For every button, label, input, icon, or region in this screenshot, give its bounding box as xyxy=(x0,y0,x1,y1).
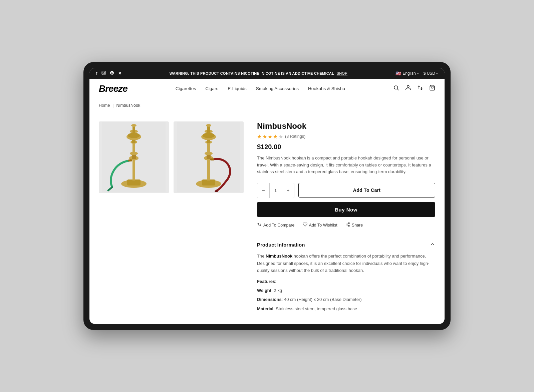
main-content: NimbusNook ★ ★ ★ ★ ★ (8 Ratings) $120.00… xyxy=(89,112,445,324)
product-image-2[interactable] xyxy=(174,121,244,193)
svg-rect-32 xyxy=(207,142,210,155)
material-row: Material: Stainless steel stem, tempered… xyxy=(257,306,435,312)
nav-hookahs[interactable]: Hookahs & Shisha xyxy=(308,86,345,91)
svg-line-46 xyxy=(347,224,348,224)
site-logo[interactable]: Breeze xyxy=(99,83,127,94)
breadcrumb: Home | NimbusNook xyxy=(89,99,445,112)
svg-rect-27 xyxy=(207,159,210,180)
language-selector[interactable]: 🇺🇸 English ▾ xyxy=(395,71,419,76)
svg-rect-23 xyxy=(128,159,132,161)
instagram-icon[interactable] xyxy=(101,71,106,76)
features-label: Features: xyxy=(257,279,435,284)
action-links: Add To Compare Add To Wishlist Share xyxy=(257,222,435,228)
nav-icons xyxy=(393,85,435,92)
device-screen: f ✕ WARNING: THIS PRODUCT CONTAINS NICOT… xyxy=(89,68,445,324)
svg-line-4 xyxy=(397,89,398,90)
navigation: Breeze Cigarettes Cigars E-Liquids Smoki… xyxy=(89,79,445,99)
buy-now-button[interactable]: Buy Now xyxy=(257,202,435,217)
quantity-value: 1 xyxy=(269,183,282,198)
share-action-icon xyxy=(345,222,350,228)
star-4: ★ xyxy=(273,133,278,140)
product-details: NimbusNook ★ ★ ★ ★ ★ (8 Ratings) $120.00… xyxy=(257,121,435,315)
quantity-increase-button[interactable]: + xyxy=(282,183,294,198)
svg-rect-14 xyxy=(132,142,135,155)
search-icon[interactable] xyxy=(393,85,399,92)
star-2: ★ xyxy=(262,133,267,140)
add-to-wishlist-link[interactable]: Add To Wishlist xyxy=(303,222,337,228)
breadcrumb-current: NimbusNook xyxy=(116,103,141,108)
top-bar-warning: WARNING: THIS PRODUCT CONTAINS NICOTINE.… xyxy=(170,71,347,75)
breadcrumb-separator: | xyxy=(112,103,113,108)
svg-point-43 xyxy=(346,224,347,226)
top-bar: f ✕ WARNING: THIS PRODUCT CONTAINS NICOT… xyxy=(89,68,445,79)
nav-eliquids[interactable]: E-Liquids xyxy=(228,86,246,91)
product-information-section: Product Information The NimbusNook hooka… xyxy=(257,236,435,312)
weight-row: Weight: 2 kg xyxy=(257,287,435,294)
svg-point-2 xyxy=(104,72,105,72)
product-info-header: Product Information xyxy=(257,242,435,248)
nav-links: Cigarettes Cigars E-Liquids Smoking Acce… xyxy=(176,86,345,91)
lang-chevron-icon: ▾ xyxy=(417,72,419,75)
svg-point-39 xyxy=(206,124,211,127)
svg-point-1 xyxy=(102,72,104,74)
top-bar-right: 🇺🇸 English ▾ $ USD ▾ xyxy=(395,71,438,76)
breadcrumb-home[interactable]: Home xyxy=(99,103,110,108)
weight-label: Weight xyxy=(257,288,271,293)
dimensions-row: Dimensions: 40 cm (Height) x 20 cm (Base… xyxy=(257,296,435,303)
svg-point-42 xyxy=(348,223,350,224)
stars: ★ ★ ★ ★ ★ xyxy=(257,133,283,140)
cart-icon[interactable] xyxy=(429,85,435,92)
product-description: The NimbusNook hookah is a compact and p… xyxy=(257,155,435,175)
product-price: $120.00 xyxy=(257,143,435,151)
share-link[interactable]: Share xyxy=(345,222,363,228)
product-name-highlight: NimbusNook xyxy=(266,254,292,259)
svg-point-21 xyxy=(131,124,137,127)
svg-point-5 xyxy=(407,86,409,88)
cart-row: − 1 + Add To Cart xyxy=(257,183,435,198)
svg-point-18 xyxy=(128,133,140,138)
product-images xyxy=(99,121,244,315)
wishlist-action-icon xyxy=(303,222,307,228)
star-3: ★ xyxy=(268,133,272,140)
nav-cigars[interactable]: Cigars xyxy=(205,86,218,91)
svg-rect-10 xyxy=(132,159,135,180)
svg-point-3 xyxy=(394,86,398,89)
svg-rect-41 xyxy=(210,158,214,160)
svg-point-36 xyxy=(203,133,215,138)
nav-cigarettes[interactable]: Cigarettes xyxy=(176,86,196,91)
nav-smoking-accessories[interactable]: Smoking Accessories xyxy=(256,86,299,91)
add-to-cart-button[interactable]: Add To Cart xyxy=(298,183,435,198)
rating: ★ ★ ★ ★ ★ (8 Ratings) xyxy=(257,133,435,140)
device-frame: f ✕ WARNING: THIS PRODUCT CONTAINS NICOT… xyxy=(83,62,451,330)
compare-action-icon xyxy=(257,222,262,228)
collapse-icon[interactable] xyxy=(430,242,435,248)
product-info-title: Product Information xyxy=(257,242,305,248)
star-1: ★ xyxy=(257,133,262,140)
compare-icon[interactable] xyxy=(417,85,423,92)
flag-icon: 🇺🇸 xyxy=(395,71,401,76)
svg-line-45 xyxy=(347,225,348,226)
currency-chevron-icon: ▾ xyxy=(436,72,438,75)
add-to-compare-link[interactable]: Add To Compare xyxy=(257,222,295,228)
material-label: Material xyxy=(257,306,273,311)
product-image-1[interactable] xyxy=(99,121,169,193)
svg-point-40 xyxy=(215,190,218,192)
social-links: f ✕ xyxy=(96,71,121,76)
svg-point-44 xyxy=(348,226,350,227)
quantity-decrease-button[interactable]: − xyxy=(257,183,269,198)
product-info-text: The NimbusNook hookah offers the perfect… xyxy=(257,253,435,274)
dimensions-label: Dimensions xyxy=(257,297,282,302)
star-5: ★ xyxy=(278,133,283,140)
rating-count: (8 Ratings) xyxy=(285,134,305,139)
account-icon[interactable] xyxy=(405,85,411,92)
product-title: NimbusNook xyxy=(257,121,435,131)
pinterest-icon[interactable] xyxy=(110,71,114,76)
currency-selector[interactable]: $ USD ▾ xyxy=(424,71,438,76)
facebook-icon[interactable]: f xyxy=(96,71,97,76)
quantity-control: − 1 + xyxy=(257,183,294,198)
svg-rect-0 xyxy=(102,71,105,75)
x-icon[interactable]: ✕ xyxy=(118,71,121,76)
